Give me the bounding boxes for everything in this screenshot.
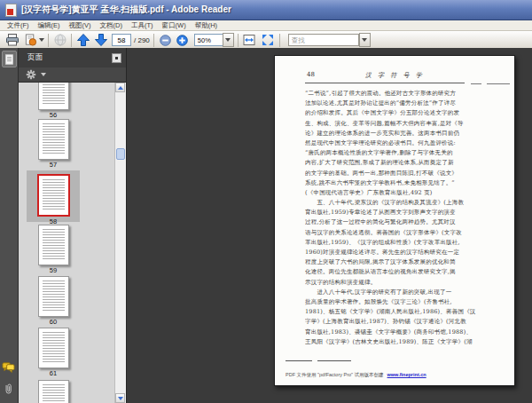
watermark-link[interactable]: www.fineprint.cn: [387, 372, 426, 377]
body-text-line: 内容,扩大了研究范围,形成了新的理论体系,从而奠定了新: [305, 158, 485, 168]
thumbnails-scrollbar[interactable]: [114, 83, 126, 403]
attachments-panel-tab[interactable]: [2, 382, 15, 396]
search-dropdown-button[interactable]: [359, 33, 371, 47]
page-number-input[interactable]: [112, 34, 131, 46]
print-button[interactable]: [4, 33, 20, 48]
options-dropdown-caret[interactable]: [41, 73, 46, 76]
page-thumbnail[interactable]: [38, 276, 69, 317]
body-text-line: 然是现代中国文字学理论研究的必读书目。何九盈评价说:: [305, 138, 485, 148]
header-rule: [305, 83, 465, 83]
fit-page-button[interactable]: [261, 33, 276, 48]
page-total-label: / 290: [134, 36, 150, 44]
page-thumbnail-selected[interactable]: [37, 174, 70, 217]
thumbnail-list: 56 57 58 59 60: [19, 83, 126, 403]
up-arrow-icon: [76, 33, 90, 47]
navigation-panel-strip: [0, 48, 19, 403]
toolbar-separator: [153, 34, 154, 47]
content-area: 页面 56: [0, 48, 532, 403]
thumbnail-block: 60: [27, 276, 80, 326]
thumbnail-block: 61: [27, 328, 80, 377]
zoom-level-combo[interactable]: 50%: [194, 33, 234, 47]
zoom-in-button[interactable]: [175, 33, 190, 48]
menu-item[interactable]: 文档(D): [96, 21, 127, 30]
body-text-line: 生、构成、演化、变革等问题,篇幅不大但内容丰富,是对《导: [305, 119, 485, 129]
body-text-line: 1981)、杨五铭《文字学》(湖南人民出版社,1986)、蒋善国《汉: [305, 307, 485, 317]
find-box: [288, 33, 371, 47]
fit-width-icon: [242, 33, 256, 47]
page-body-text: “二书说”,引起了很大的震动。他还对古文字形体的研究方法加以论述,尤其是对孙诒让…: [305, 89, 485, 347]
scroll-up-button[interactable]: [115, 83, 125, 92]
body-text-line: 五、八十年代,梁东汉的《汉字的结构及其流变》(上海教: [305, 198, 485, 208]
document-viewport[interactable]: 48 汉 字 符 号 学 “二书说”,引起了很大的震动。他还对古文字形体的研究方…: [127, 48, 532, 403]
minus-circle-icon: [159, 34, 172, 47]
zoom-level-value[interactable]: 50%: [194, 34, 223, 46]
email-button[interactable]: [24, 33, 44, 48]
page-thumbnail[interactable]: [38, 225, 69, 265]
printer-icon: [5, 33, 20, 47]
panel-title: 页面: [27, 52, 43, 63]
body-text-line: 王凤阳《汉字学》(吉林文史出版社,1989)、陈正《文字学》(湖: [305, 337, 485, 347]
menu-item[interactable]: 窗口(W): [158, 21, 191, 30]
fit-width-button[interactable]: [242, 33, 257, 48]
comments-icon: [2, 360, 15, 374]
pages-panel: 页面 56: [19, 48, 127, 403]
zoom-dropdown-button[interactable]: [223, 33, 234, 47]
running-head: 汉 字 符 号 学: [305, 71, 484, 80]
body-text-line: 程度上突破了六书的局限,揭示了汉字体系发展的优化和简: [305, 257, 485, 267]
pages-panel-header: 页面: [19, 48, 126, 67]
thumbnail-label: 60: [27, 319, 80, 326]
watermark-text: PDF 文件使用 "pdfFactory Pro" 试用版本创建: [286, 372, 384, 377]
body-text-line: 法加以论述,尤其是对孙诒让提出的“偏旁分析法”作了详尽: [305, 99, 485, 108]
thumbnail-block-selected: 58: [27, 170, 80, 222]
body-text-line: 示汉字的结构和演变规律。: [305, 278, 485, 288]
scrollbar-thumb[interactable]: [116, 148, 125, 160]
toolbar: / 290 50%: [0, 31, 532, 50]
thumbnail-block: [27, 380, 80, 403]
scroll-down-button[interactable]: [115, 393, 125, 403]
body-text-line: “唐氏的两本概论性质的文字学著作,删除了与字体无关的: [305, 148, 485, 158]
thumbnail-block: 59: [27, 225, 80, 274]
body-text-line: 育出版社,1983)、裘锡圭《文字学概要》(商务印书馆,1988)、: [305, 328, 485, 337]
toolbar-separator: [48, 34, 49, 47]
body-text-line: 系统,跳不出六书牢笼的文字学教科书,未免相形见绌了。”: [305, 178, 485, 188]
menu-item[interactable]: 文件(F): [3, 21, 34, 30]
menu-item[interactable]: 帮助(H): [191, 21, 222, 30]
gear-icon[interactable]: [26, 69, 36, 80]
thumbnail-label: 57: [27, 162, 80, 169]
panel-menu-button[interactable]: [112, 53, 121, 63]
thumbnail-label: 61: [27, 370, 80, 377]
body-text-line: 育出版社,1959)专章论述了从图画文字到形声文字的演变: [305, 208, 485, 217]
watermark: PDF 文件使用 "pdfFactory Pro" 试用版本创建www.fine…: [286, 372, 426, 378]
page-header: 48 汉 字 符 号 学: [305, 71, 484, 80]
footnote-rule: [286, 360, 312, 361]
menu-item[interactable]: 视图(V): [65, 21, 96, 30]
previous-page-button[interactable]: [75, 33, 90, 48]
window-title: [汉字符号学]黄亚平 孟华.扫描版.pdf - Adobe Reader: [21, 4, 231, 16]
page-thumbnail[interactable]: [38, 119, 69, 160]
search-input[interactable]: [288, 34, 359, 46]
zoom-out-button[interactable]: [158, 33, 173, 48]
page-thumbnail[interactable]: [38, 83, 69, 110]
menu-item[interactable]: 工具(T): [127, 21, 158, 30]
collaborate-globe-icon: [53, 33, 67, 47]
page-thumbnail[interactable]: [38, 380, 69, 403]
menu-bar: 文件(F)编辑(E)视图(V)文档(D)工具(T)窗口(W)帮助(H): [0, 20, 532, 31]
page-thumbnail[interactable]: [38, 328, 69, 368]
footnote-rule: [317, 360, 351, 361]
header-rule-artifact: [471, 83, 481, 84]
next-page-button[interactable]: [93, 33, 108, 48]
body-text-line: 语与汉字的关系论述透彻。蒋善国的《汉字形体学》(文字改: [305, 228, 485, 238]
collaborate-button[interactable]: [52, 33, 67, 48]
document-page: 48 汉 字 符 号 学 “二书说”,引起了很大的震动。他还对古文字形体的研究方…: [274, 55, 515, 386]
body-text-line: 进入八十年代,汉字学的研究有了新的突破,出现了一: [305, 288, 485, 297]
fit-page-icon: [261, 33, 275, 47]
toolbar-separator: [279, 34, 280, 47]
pages-panel-tab[interactable]: [2, 51, 17, 67]
menu-item[interactable]: 编辑(E): [34, 21, 65, 30]
body-text-line: 过程,分析了这一过程中的简化与繁化两种趋势。尤其对汉: [305, 217, 485, 227]
adobe-reader-window: [汉字符号学]黄亚平 孟华.扫描版.pdf - Adobe Reader 文件(…: [0, 0, 532, 403]
thumbnail-label: 56: [27, 112, 80, 119]
comments-panel-tab[interactable]: [2, 360, 15, 374]
body-text-line: “二书说”,引起了很大的震动。他还对古文字形体的研究方: [305, 89, 485, 99]
email-dropdown-caret[interactable]: [39, 38, 44, 42]
